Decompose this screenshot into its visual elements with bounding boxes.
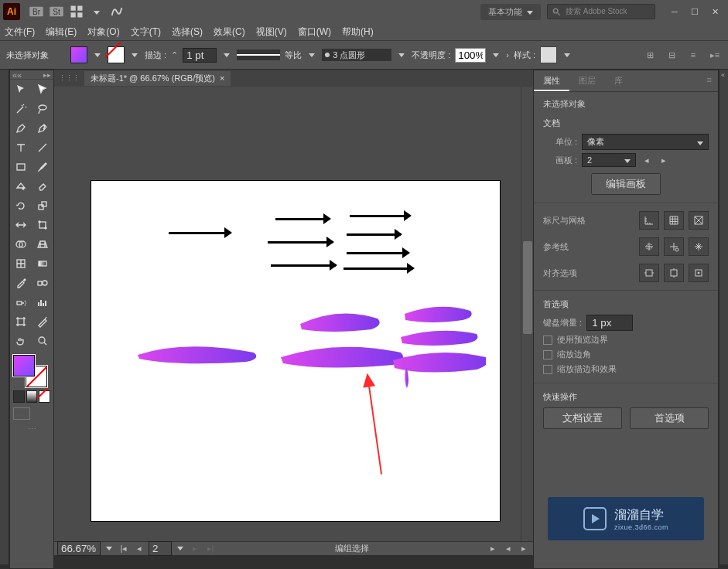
scale-strokes-checkbox[interactable] [543,365,552,374]
brush-dropdown[interactable] [396,49,407,60]
doc-setup-icon[interactable]: ⊞ [643,48,657,62]
close-button[interactable]: ✕ [705,3,725,20]
key-increment-input[interactable] [586,315,633,331]
align-palette-icon[interactable]: ≡ [686,48,700,62]
grid-toggle[interactable] [664,211,684,230]
curvature-tool[interactable] [32,118,53,138]
rectangle-tool[interactable] [10,157,32,176]
lasso-tool[interactable] [32,99,53,118]
snap-point[interactable] [664,264,684,282]
edit-toolbar[interactable]: ⋯ [10,424,53,434]
fill-swatch[interactable] [70,46,87,63]
vertical-scrollbar[interactable] [521,87,533,541]
workspace-switcher[interactable]: 基本功能 [480,4,541,20]
symbol-sprayer-tool[interactable] [10,292,32,312]
artboard-tool[interactable] [10,312,32,331]
snap-grid[interactable] [689,264,709,282]
brush-selector[interactable]: 3 点圆形 [322,49,391,61]
units-select[interactable]: 像素 [582,134,709,150]
tab-properties[interactable]: 属性 [534,70,569,91]
pen-tool[interactable] [10,118,32,138]
stock-icon[interactable]: St [49,4,64,19]
scroll-left[interactable]: ◂ [502,543,514,554]
hand-tool[interactable] [10,331,32,350]
profile-dropdown[interactable] [306,49,317,60]
artboard-select[interactable]: 2 [582,153,636,167]
arrange-dropdown[interactable] [89,4,104,19]
ruler-toggle[interactable] [639,211,659,230]
menu-effect[interactable]: 效果(C) [214,26,245,39]
zoom-dropdown[interactable] [104,543,114,554]
document-tab[interactable]: 未标题-1* @ 66.67% (RGB/预览) × [84,71,231,86]
snap-pixel[interactable] [639,264,659,282]
status-caret[interactable]: ▸ [487,543,499,554]
color-mode-solid[interactable] [13,390,25,403]
type-tool[interactable] [10,138,32,157]
zoom-input[interactable] [57,541,101,556]
document-setup-button[interactable]: 文档设置 [543,407,622,429]
prev-artboard[interactable]: ◂ [133,543,145,554]
fill-dropdown[interactable] [92,49,103,60]
next-artboard[interactable]: ▸ [189,543,201,554]
opacity-dropdown[interactable] [490,49,501,60]
gpu-icon[interactable] [109,4,125,19]
menu-help[interactable]: 帮助(H) [342,26,374,39]
fill-color[interactable] [13,355,35,376]
stroke-dropdown[interactable] [129,49,140,60]
shaper-tool[interactable] [10,176,32,196]
menu-object[interactable]: 对象(O) [87,26,119,39]
prefs-icon[interactable]: ⊟ [665,48,678,62]
stroke-swatch[interactable] [108,46,125,63]
tools-handle[interactable]: ««▸▸ [10,70,53,80]
scroll-right[interactable]: ▸ [518,543,530,554]
minimize-button[interactable]: ─ [665,3,685,20]
preferences-button[interactable]: 首选项 [630,407,709,429]
stroke-decrement[interactable]: ⌃ [171,50,178,60]
preview-bounds-checkbox[interactable] [543,336,552,345]
width-tool[interactable] [10,215,32,234]
scale-corners-checkbox[interactable] [543,350,552,359]
canvas[interactable] [54,87,533,541]
tab-libraries[interactable]: 库 [605,70,632,91]
column-graph-tool[interactable] [32,292,53,312]
menu-edit[interactable]: 编辑(E) [46,26,77,39]
artboard-prev[interactable]: ◂ [641,154,653,166]
screen-mode[interactable] [13,407,50,420]
bridge-icon[interactable]: Br [29,4,44,19]
menu-type[interactable]: 文字(T) [131,26,161,39]
stroke-weight-dropdown[interactable] [221,49,232,60]
graphic-style-swatch[interactable] [540,46,557,63]
edit-artboards-button[interactable]: 编辑画板 [591,173,661,195]
smart-guides[interactable] [689,237,709,256]
artboard-next[interactable]: ▸ [658,154,670,166]
panel-menu-icon[interactable]: ≡ [701,70,718,91]
transparency-grid-toggle[interactable] [689,211,709,230]
last-artboard[interactable]: ▸| [204,543,217,554]
menu-view[interactable]: 视图(V) [256,26,287,39]
line-tool[interactable] [32,138,53,157]
guides-lock[interactable] [664,237,684,256]
free-transform-tool[interactable] [32,215,53,234]
arrange-icon[interactable] [69,4,84,19]
artboard-nav-dropdown[interactable] [175,543,186,554]
shape-builder-tool[interactable] [10,234,32,254]
control-more-icon[interactable]: ▸≡ [708,48,722,62]
rotate-tool[interactable] [10,196,32,215]
slice-tool[interactable] [32,312,53,331]
paintbrush-tool[interactable] [32,157,53,176]
search-stock[interactable]: 搜索 Adobe Stock [547,4,655,19]
magic-wand-tool[interactable] [10,99,32,118]
color-selector[interactable] [13,355,50,386]
eraser-tool[interactable] [32,176,53,196]
guides-visibility[interactable] [639,237,659,256]
eyedropper-tool[interactable] [10,273,32,292]
menu-window[interactable]: 窗口(W) [298,26,331,39]
right-panel-strip[interactable]: « [719,70,728,564]
zoom-tool[interactable] [32,331,53,350]
artboard-nav-input[interactable] [149,541,172,556]
color-mode-none[interactable] [39,390,50,403]
color-mode-gradient[interactable] [26,390,38,403]
tab-layers[interactable]: 图层 [569,70,605,91]
menu-file[interactable]: 文件(F) [5,26,35,39]
close-tab-icon[interactable]: × [220,73,224,83]
